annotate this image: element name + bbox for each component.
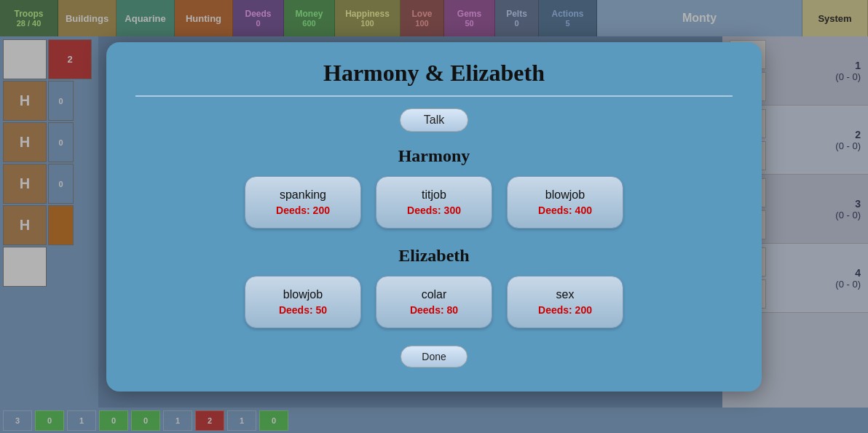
elizabeth-actions: blowjob Deeds: 50 colar Deeds: 80 sex De… bbox=[135, 276, 733, 328]
harmony-action-1-name: spanking bbox=[280, 188, 326, 202]
elizabeth-section-title: Elizabeth bbox=[135, 246, 733, 266]
done-button[interactable]: Done bbox=[401, 346, 467, 368]
elizabeth-action-1-cost: Deeds: 50 bbox=[279, 304, 327, 316]
harmony-action-1-cost: Deeds: 200 bbox=[276, 204, 330, 216]
elizabeth-action-3[interactable]: sex Deeds: 200 bbox=[507, 276, 623, 328]
modal-dialog: Harmony & Elizabeth Talk Harmony spankin… bbox=[106, 42, 762, 392]
harmony-action-1[interactable]: spanking Deeds: 200 bbox=[245, 176, 361, 229]
elizabeth-action-3-name: sex bbox=[556, 288, 575, 301]
modal-divider bbox=[135, 95, 733, 97]
harmony-action-2-cost: Deeds: 300 bbox=[407, 204, 461, 216]
harmony-action-2[interactable]: titjob Deeds: 300 bbox=[376, 176, 492, 229]
elizabeth-action-2-cost: Deeds: 80 bbox=[410, 304, 458, 316]
harmony-actions: spanking Deeds: 200 titjob Deeds: 300 bl… bbox=[135, 176, 733, 229]
elizabeth-action-1-name: blowjob bbox=[283, 288, 323, 301]
elizabeth-action-1[interactable]: blowjob Deeds: 50 bbox=[245, 276, 361, 328]
harmony-section-title: Harmony bbox=[135, 146, 733, 166]
modal-title: Harmony & Elizabeth bbox=[135, 60, 733, 87]
elizabeth-action-2[interactable]: colar Deeds: 80 bbox=[376, 276, 492, 328]
elizabeth-action-3-cost: Deeds: 200 bbox=[538, 304, 592, 316]
harmony-action-2-name: titjob bbox=[422, 188, 446, 202]
talk-button[interactable]: Talk bbox=[400, 108, 468, 132]
harmony-action-3-cost: Deeds: 400 bbox=[538, 204, 592, 216]
modal-overlay: Harmony & Elizabeth Talk Harmony spankin… bbox=[0, 0, 868, 433]
elizabeth-action-2-name: colar bbox=[422, 288, 447, 301]
harmony-action-3-name: blowjob bbox=[545, 188, 585, 202]
harmony-action-3[interactable]: blowjob Deeds: 400 bbox=[507, 176, 623, 229]
